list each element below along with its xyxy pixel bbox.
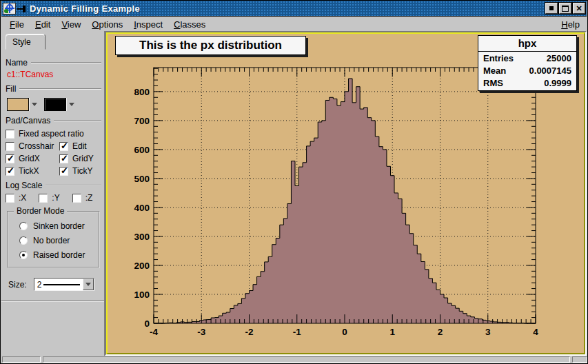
checkbox-icon[interactable]	[72, 194, 81, 203]
line-color-dropdown[interactable]	[66, 98, 76, 111]
checkbox-icon[interactable]	[59, 154, 68, 163]
checkbox-ticky[interactable]: TickY	[59, 166, 101, 176]
app-icon[interactable]	[3, 3, 16, 14]
svg-text:1: 1	[389, 327, 395, 337]
divider	[31, 62, 101, 63]
radio-icon[interactable]	[19, 222, 28, 230]
window-controls: ✕	[545, 3, 587, 14]
border-mode-legend: Border Mode	[14, 206, 67, 216]
radio-raised-border[interactable]: Raised border	[19, 250, 96, 260]
chevron-down-icon	[85, 283, 91, 286]
checkbox-fixed-aspect-ratio[interactable]: Fixed aspect ratio	[6, 129, 101, 139]
svg-text:0: 0	[342, 327, 347, 337]
svg-text:4: 4	[533, 327, 538, 337]
tab-style[interactable]: Style	[6, 34, 45, 50]
svg-text:500: 500	[134, 174, 150, 184]
histogram-title-box[interactable]: This is the px distribution	[115, 36, 306, 55]
svg-text:-2: -2	[245, 327, 253, 337]
menu-file[interactable]: File	[4, 18, 30, 31]
maximize-button[interactable]	[559, 3, 571, 14]
checkbox-logx[interactable]: :X	[6, 193, 26, 203]
fill-label: Fill	[6, 84, 16, 94]
checkbox-gridy[interactable]: GridY	[59, 154, 101, 163]
canvas-frame: -4-3-2-1012340100200300400500600700800 T…	[105, 31, 587, 356]
maximize-icon	[562, 6, 569, 12]
title-bar[interactable]: Dynamic Filling Example ✕	[1, 1, 587, 17]
stats-row-mean: Mean 0.0007145	[478, 64, 576, 77]
border-mode-group: Border Mode Sinken border No border Rais…	[7, 211, 100, 268]
menu-bar: File Edit View Options Inspect Classes H…	[1, 17, 587, 31]
checkbox-edit[interactable]: Edit	[59, 141, 101, 151]
menu-view[interactable]: View	[56, 18, 86, 31]
checkbox-icon[interactable]	[59, 167, 68, 176]
style-panel: Style Name c1::TCanvas Fill Pad/Canvas	[1, 31, 105, 356]
radio-icon[interactable]	[19, 236, 28, 245]
divider	[19, 88, 101, 90]
checkbox-gridx[interactable]: GridX	[6, 154, 59, 163]
status-resize-grip[interactable]	[572, 356, 587, 363]
svg-text:3: 3	[485, 327, 491, 337]
stats-box[interactable]: hpx Entries 25000 Mean 0.0007145 RMS 0.9…	[478, 35, 577, 91]
status-bar	[1, 356, 587, 363]
checkbox-logy[interactable]: :Y	[39, 193, 59, 203]
checkbox-icon[interactable]	[59, 142, 68, 151]
app-window: Dynamic Filling Example ✕ File Edit View…	[0, 0, 588, 364]
radio-no-border[interactable]: No border	[19, 236, 96, 245]
divider	[1, 301, 104, 302]
checkbox-crosshair[interactable]: Crosshair	[6, 141, 59, 151]
checkbox-icon[interactable]	[6, 154, 14, 163]
svg-text:800: 800	[134, 87, 150, 97]
line-width-select[interactable]: 2	[34, 278, 94, 291]
fill-section-header: Fill	[6, 84, 101, 94]
menu-edit[interactable]: Edit	[30, 18, 56, 31]
svg-text:-1: -1	[293, 327, 301, 337]
divider	[54, 120, 101, 121]
name-label: Name	[6, 58, 28, 68]
svg-text:200: 200	[134, 261, 150, 271]
root-canvas[interactable]: -4-3-2-1012340100200300400500600700800 T…	[108, 34, 584, 353]
stats-row-entries: Entries 25000	[478, 52, 576, 64]
checkbox-icon[interactable]	[6, 194, 14, 203]
line-color-swatch[interactable]	[44, 98, 66, 111]
pad-canvas-section-header: Pad/Canvas	[6, 116, 101, 125]
fill-color-swatch[interactable]	[7, 98, 29, 111]
minimize-button[interactable]	[545, 3, 558, 14]
chevron-down-icon	[32, 103, 37, 106]
object-name: c1::TCanvas	[7, 70, 101, 79]
tab-style-label: Style	[12, 37, 31, 47]
close-icon: ✕	[576, 5, 582, 12]
line-width-preview	[43, 284, 79, 285]
stats-row-rms: RMS 0.9999	[478, 77, 576, 90]
line-width-dropdown-button[interactable]	[83, 279, 94, 290]
checkbox-icon[interactable]	[39, 194, 48, 203]
checkbox-icon[interactable]	[6, 142, 14, 151]
stats-title: hpx	[478, 36, 576, 52]
line-width-value: 2	[37, 280, 42, 290]
svg-text:-4: -4	[150, 327, 158, 337]
menu-options[interactable]: Options	[86, 18, 128, 31]
histogram-title: This is the px distribution	[139, 39, 282, 52]
status-segment	[43, 356, 570, 363]
checkbox-icon[interactable]	[6, 167, 14, 176]
checkbox-tickx[interactable]: TickX	[6, 166, 59, 176]
radio-icon[interactable]	[19, 251, 28, 259]
svg-text:600: 600	[134, 145, 150, 155]
fill-controls	[7, 97, 101, 111]
fill-color-dropdown[interactable]	[29, 98, 39, 111]
close-button[interactable]: ✕	[573, 3, 585, 14]
radio-sinken-border[interactable]: Sinken border	[19, 221, 96, 231]
svg-text:-3: -3	[197, 327, 205, 337]
minimize-icon	[549, 6, 554, 10]
pin-icon	[17, 4, 27, 13]
svg-text:300: 300	[134, 232, 150, 242]
svg-text:0: 0	[144, 318, 150, 329]
menu-help[interactable]: Help	[556, 18, 587, 31]
menu-classes[interactable]: Classes	[168, 18, 211, 31]
window-title: Dynamic Filling Example	[30, 3, 140, 14]
checkbox-logz[interactable]: :Z	[72, 193, 93, 203]
checkbox-icon[interactable]	[6, 130, 14, 139]
svg-text:100: 100	[134, 290, 150, 300]
chevron-down-icon	[69, 103, 74, 106]
menu-inspect[interactable]: Inspect	[128, 18, 168, 31]
name-section-header: Name	[6, 58, 101, 68]
